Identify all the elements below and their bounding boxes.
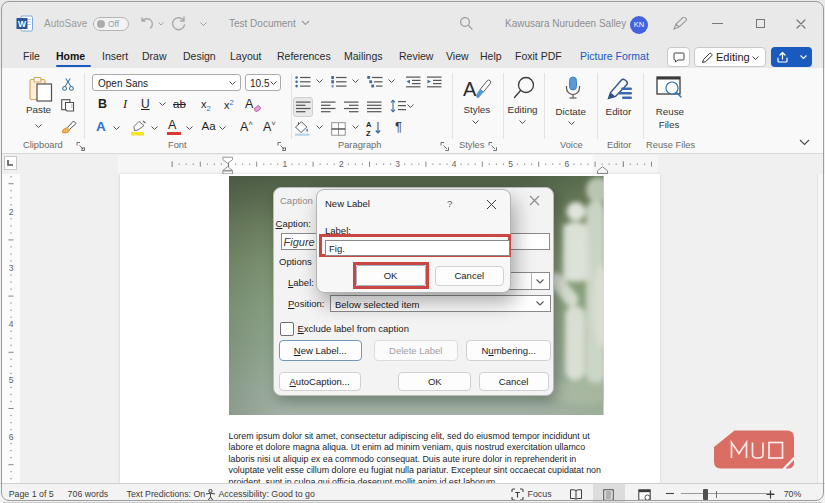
svg-text:6: 6 xyxy=(565,159,570,169)
svg-text:2: 2 xyxy=(339,159,344,169)
svg-text:W: W xyxy=(18,19,27,29)
svg-text:5: 5 xyxy=(9,375,14,385)
svg-text:Z: Z xyxy=(366,129,371,137)
svg-text:3: 3 xyxy=(9,263,14,273)
svg-text:5: 5 xyxy=(508,159,513,169)
svg-text:A: A xyxy=(463,78,477,100)
svg-text:3: 3 xyxy=(395,159,400,169)
svg-text:1: 1 xyxy=(283,159,288,169)
svg-text:4: 4 xyxy=(452,159,457,169)
svg-text:2: 2 xyxy=(9,207,14,217)
svg-text:6: 6 xyxy=(9,432,14,442)
svg-text:4: 4 xyxy=(9,319,14,329)
